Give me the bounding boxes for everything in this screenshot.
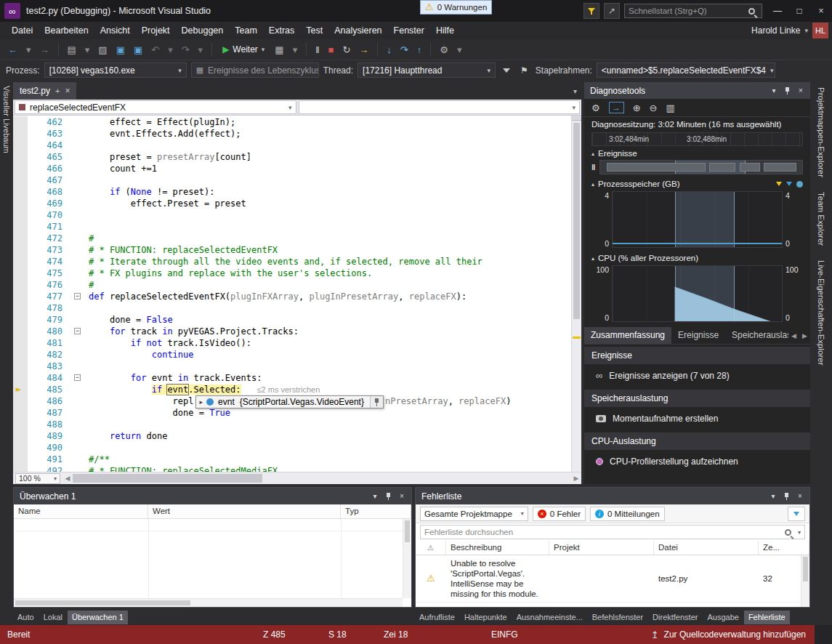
breakpoint-margin[interactable] [13, 291, 28, 302]
breakpoint-margin[interactable] [13, 151, 28, 163]
error-row[interactable]: ⚠Unable to resolve [416, 603, 809, 607]
breakpoint-margin[interactable] [13, 454, 28, 465]
watch-horizontal-scrollbar[interactable] [14, 598, 403, 607]
errorlist-tab[interactable]: Direktfenster [648, 611, 702, 624]
redo-icon[interactable]: ↷ [178, 43, 193, 57]
watch-vertical-scrollbar[interactable] [403, 519, 411, 598]
member-dropdown[interactable]: replaceSelectedEventFX ▾ [15, 100, 296, 114]
restart-icon[interactable]: ↻ [339, 43, 354, 57]
breakpoint-margin[interactable] [13, 302, 28, 314]
code-line[interactable]: 474# * Iterate through all the video eve… [13, 256, 571, 267]
code-line[interactable]: 481 if not track.IsVideo(): [13, 337, 571, 349]
breakpoint-margin[interactable] [13, 465, 28, 472]
watch-tab[interactable]: Auto [13, 611, 39, 624]
quick-launch-input[interactable]: Schnellstart (Strg+Q) [624, 4, 762, 18]
new-file-caret-icon[interactable]: ▾ [81, 43, 94, 57]
breakpoint-margin[interactable] [13, 198, 28, 209]
type-dropdown[interactable]: ▾ [299, 100, 581, 114]
editor-vertical-scrollbar[interactable] [571, 116, 581, 472]
code-editor[interactable]: 462 effect = Effect(plugIn);463 evnt.Eff… [13, 116, 571, 472]
menu-item-debuggen[interactable]: Debuggen [176, 23, 230, 38]
window-menu-caret-icon[interactable]: ▾ [368, 492, 381, 500]
snapshot-marker-icon[interactable] [776, 182, 782, 186]
zoom-out-icon[interactable]: ⊖ [650, 102, 658, 113]
memory-chart[interactable] [612, 191, 783, 248]
menu-item-team[interactable]: Team [229, 23, 263, 38]
avatar[interactable]: HL [812, 23, 828, 39]
breakpoint-margin[interactable] [13, 419, 28, 430]
scroll-left-icon[interactable]: ◀ [62, 475, 73, 482]
errorlist-column-header[interactable]: Projekt [549, 541, 654, 555]
code-line[interactable]: 491#/** [13, 454, 571, 465]
lifecycle-events-dropdown[interactable]: ▦ Ereignisse des Lebenszyklus ▾ [191, 63, 319, 78]
thread-filter-button[interactable] [500, 68, 513, 73]
breakpoint-margin[interactable] [13, 116, 28, 128]
pin-icon[interactable] [370, 396, 383, 408]
right-autohide-tab-2[interactable]: Live-Eigenschaften-Explorer [817, 260, 825, 365]
open-file-icon[interactable]: ▨ [94, 43, 110, 57]
menu-item-extras[interactable]: Extras [263, 23, 300, 38]
watch-column-header[interactable]: Typ [341, 504, 411, 518]
reset-view-icon[interactable]: ▥ [666, 102, 674, 113]
nav-back-icon[interactable]: ← [4, 43, 21, 57]
step-out-icon[interactable]: ↑ [413, 43, 426, 57]
error-row[interactable]: ⚠Unable to resolve 'ScriptPortal.Vegas'.… [416, 555, 809, 603]
code-line[interactable]: 487 done = True [13, 407, 571, 419]
timeline-ruler[interactable]: 3:02,484min 3:02,488min [591, 132, 803, 146]
nav-forward-icon[interactable]: → [36, 43, 53, 57]
code-line[interactable]: 473# * FUNCTION: replaceSelectedEventFX [13, 244, 571, 256]
breakpoint-margin[interactable] [13, 349, 28, 361]
severity-column-header[interactable]: ⚠ [416, 541, 446, 555]
breakpoint-margin[interactable] [13, 337, 28, 349]
watch-tab[interactable]: Überwachen 1 [68, 611, 128, 624]
gear-icon[interactable]: ⚙ [591, 102, 600, 113]
code-line[interactable]: 470 [13, 209, 571, 221]
stop-debug-icon[interactable]: ■ [325, 43, 338, 57]
code-line[interactable]: 482 continue [13, 349, 571, 361]
scope-filter-dropdown[interactable]: Gesamte Projektmappe ▾ [420, 507, 528, 521]
break-all-icon[interactable]: ‖ [312, 43, 323, 57]
document-tab-test2py[interactable]: test2.py + × [13, 82, 76, 100]
scrollbar-thumb[interactable] [573, 123, 580, 319]
watch-empty-row[interactable] [14, 519, 411, 531]
close-button[interactable]: × [810, 2, 832, 20]
perf-tip[interactable]: ≤2 ms verstrichen [257, 385, 320, 394]
cpu-section-header[interactable]: ▴ CPU (% aller Prozessoren) [584, 251, 810, 264]
memory-section-header[interactable]: ▴ Prozessspeicher (GB) [584, 177, 810, 190]
right-autohide-tab-1[interactable]: Team Explorer [817, 192, 825, 246]
editor-horizontal-scrollbar[interactable] [73, 472, 571, 484]
menu-item-fenster[interactable]: Fenster [388, 23, 430, 38]
datatip-popup[interactable]: ▸evnt{ScriptPortal.Vegas.VideoEvent} [195, 395, 384, 408]
code-line[interactable]: 492# * FUNCTION: replaceSelectedMediaFX [13, 465, 571, 472]
summary-section-header[interactable]: Ereignisse [584, 347, 810, 364]
summary-link-row[interactable]: Momentaufnahme erstellen [584, 407, 810, 430]
redo-caret-icon[interactable]: ▾ [195, 43, 207, 57]
menu-item-analysieren[interactable]: Analysieren [328, 23, 387, 38]
errors-filter-button[interactable]: × 0 Fehler [533, 507, 586, 521]
menu-item-bearbeiten[interactable]: Bearbeiten [39, 23, 94, 38]
new-file-icon[interactable]: ▤ [64, 43, 80, 57]
split-handle[interactable] [572, 116, 581, 121]
errorlist-search-input[interactable]: Fehlerliste durchsuchen ▾ [420, 525, 805, 539]
scrollbar-thumb[interactable] [803, 557, 808, 581]
errorlist-tab[interactable]: Haltepunkte [460, 611, 512, 624]
settings-gear-icon[interactable]: ⚙ [436, 43, 452, 57]
code-line[interactable]: 475# * FX plugins and replace with the u… [13, 267, 571, 279]
diag-tab[interactable]: Speicherauslastun [725, 327, 788, 344]
undo-caret-icon[interactable]: ▾ [164, 43, 177, 57]
watch-body[interactable] [14, 519, 411, 607]
errorlist-tab[interactable]: Ausnahmeeinste... [512, 611, 587, 624]
breakpoint-margin[interactable] [13, 326, 28, 337]
scrollbar-thumb[interactable] [15, 600, 190, 605]
breakpoint-margin[interactable] [13, 395, 28, 407]
code-line[interactable]: 472# [13, 233, 571, 244]
filter-icon[interactable] [786, 182, 792, 186]
breakpoint-margin[interactable] [13, 174, 28, 186]
feedback-button[interactable]: ↗ [604, 3, 620, 19]
zoom-in-icon[interactable]: ⊕ [633, 102, 641, 113]
code-line[interactable]: 466 count +=1 [13, 163, 571, 174]
errorlist-vertical-scrollbar[interactable] [801, 555, 809, 607]
filter-tool-button[interactable] [583, 3, 599, 19]
show-next-statement-icon[interactable]: → [355, 43, 372, 57]
events-timeline[interactable] [599, 160, 803, 174]
